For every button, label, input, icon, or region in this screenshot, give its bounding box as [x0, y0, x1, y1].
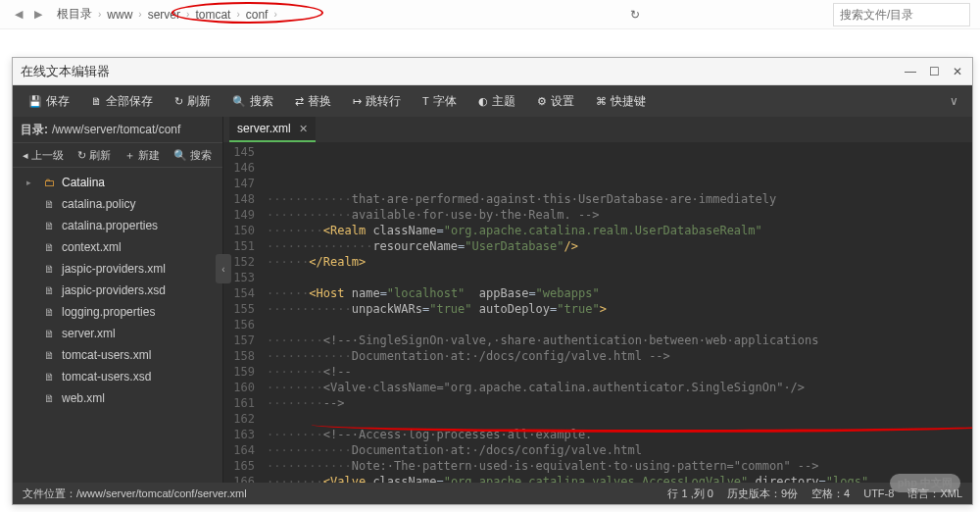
chevron-right-icon: › [273, 9, 276, 20]
status-rowcol: 行 1 ,列 0 [667, 486, 712, 501]
refresh-button[interactable]: ↻ [623, 3, 647, 26]
gear-icon: ⚙ [537, 95, 547, 108]
new-file-button[interactable]: ＋新建 [119, 143, 166, 167]
code-editor: ‹ server.xml ✕ 1451461471481491501511521… [223, 117, 972, 483]
goto-icon: ↦ [353, 95, 362, 108]
file-icon: 🗎 [42, 371, 56, 383]
breadcrumb-root[interactable]: 根目录 [57, 6, 92, 23]
plus-icon: ＋ [124, 148, 135, 163]
font-button[interactable]: T字体 [413, 85, 466, 117]
tab-server-xml[interactable]: server.xml ✕ [229, 117, 316, 142]
tree-file[interactable]: 🗎server.xml [13, 323, 222, 344]
status-spaces[interactable]: 空格：4 [811, 486, 850, 501]
up-level-button[interactable]: ◂上一级 [17, 143, 70, 167]
window-titlebar: 在线文本编辑器 — ☐ ✕ [13, 58, 972, 85]
file-icon: 🗎 [42, 328, 56, 339]
chevron-right-icon: › [138, 9, 141, 20]
file-icon: 🗎 [42, 284, 56, 296]
file-refresh-button[interactable]: ↻刷新 [72, 143, 117, 167]
breadcrumb-item[interactable]: tomcat [195, 8, 230, 22]
file-icon: 🗎 [42, 349, 56, 361]
code-lines[interactable]: ············that·are·performed·against·t… [263, 142, 972, 483]
breadcrumb: 根目录 › www › server › tomcat › conf › [57, 6, 623, 23]
replace-icon: ⇄ [295, 95, 304, 108]
code-area[interactable]: 1451461471481491501511521531541551561571… [223, 142, 972, 483]
tree-file[interactable]: 🗎catalina.properties [13, 215, 222, 236]
refresh-button[interactable]: ↻刷新 [165, 85, 220, 117]
theme-icon: ◐ [478, 95, 488, 108]
minimize-button[interactable]: — [904, 65, 917, 78]
panel-toggle-button[interactable]: ‹ [216, 254, 231, 283]
replace-button[interactable]: ⇄替换 [285, 85, 341, 117]
toolbar-collapse-button[interactable]: ∨ [942, 94, 966, 108]
file-icon: 🗎 [42, 263, 56, 275]
breadcrumb-item[interactable]: conf [246, 8, 269, 22]
status-bar: 文件位置：/www/server/tomcat/conf/server.xml … [13, 483, 972, 504]
editor-toolbar: 💾保存 🗎全部保存 ↻刷新 🔍搜索 ⇄替换 ↦跳转行 T字体 ◐主题 ⚙设置 ⌘… [13, 85, 972, 117]
refresh-icon: ↻ [174, 95, 183, 108]
save-icon: 💾 [28, 95, 42, 108]
breadcrumb-item[interactable]: www [107, 8, 132, 22]
status-encoding[interactable]: UTF-8 [863, 487, 894, 499]
tree-folder[interactable]: ▸ 🗀 Catalina [13, 172, 222, 193]
tree-file[interactable]: 🗎tomcat-users.xml [13, 344, 222, 366]
tree-file[interactable]: 🗎jaspic-providers.xml [13, 258, 222, 280]
tab-label: server.xml [237, 122, 291, 135]
save-all-icon: 🗎 [91, 95, 102, 107]
search-icon: 🔍 [173, 149, 187, 162]
file-search-button[interactable]: 🔍搜索 [168, 143, 218, 167]
up-icon: ◂ [23, 149, 28, 162]
save-all-button[interactable]: 🗎全部保存 [81, 85, 163, 117]
current-path: 目录: /www/server/tomcat/conf [13, 117, 222, 142]
tree-file[interactable]: 🗎catalina.policy [13, 193, 222, 215]
nav-forward-button[interactable]: ▶ [29, 6, 47, 24]
breadcrumb-bar: ◀ ▶ 根目录 › www › server › tomcat › conf ›… [0, 0, 980, 29]
chevron-right-icon: ▸ [26, 178, 36, 187]
chevron-right-icon: › [98, 9, 101, 20]
file-tree: ▸ 🗀 Catalina 🗎catalina.policy 🗎catalina.… [13, 168, 222, 483]
tree-file[interactable]: 🗎logging.properties [13, 301, 222, 323]
search-icon: 🔍 [232, 95, 246, 108]
shortcut-button[interactable]: ⌘快捷键 [586, 85, 656, 117]
maximize-button[interactable]: ☐ [927, 65, 941, 78]
tree-file[interactable]: 🗎web.xml [13, 387, 222, 409]
tree-file[interactable]: 🗎tomcat-users.xsd [13, 366, 222, 387]
save-button[interactable]: 💾保存 [19, 85, 79, 117]
file-panel: 目录: /www/server/tomcat/conf ◂上一级 ↻刷新 ＋新建… [13, 117, 223, 483]
nav-back-button[interactable]: ◀ [10, 6, 27, 24]
file-icon: 🗎 [42, 241, 56, 253]
goto-line-button[interactable]: ↦跳转行 [343, 85, 411, 117]
breadcrumb-item[interactable]: server [148, 8, 180, 22]
status-history[interactable]: 历史版本：9份 [727, 486, 798, 501]
file-icon: 🗎 [42, 198, 56, 210]
window-title: 在线文本编辑器 [21, 63, 904, 80]
font-icon: T [422, 95, 429, 107]
refresh-icon: ↻ [77, 149, 86, 162]
tree-file[interactable]: 🗎context.xml [13, 236, 222, 258]
search-input[interactable] [833, 3, 970, 26]
file-icon: 🗎 [42, 392, 56, 404]
tree-file[interactable]: 🗎jaspic-providers.xsd [13, 280, 222, 301]
theme-button[interactable]: ◐主题 [468, 85, 525, 117]
search-button[interactable]: 🔍搜索 [222, 85, 283, 117]
status-filepath: 文件位置：/www/server/tomcat/conf/server.xml [23, 486, 247, 501]
folder-icon: 🗀 [42, 177, 56, 188]
file-icon: 🗎 [42, 306, 56, 318]
status-language[interactable]: 语言：XML [907, 486, 962, 501]
editor-window: 在线文本编辑器 — ☐ ✕ 💾保存 🗎全部保存 ↻刷新 🔍搜索 ⇄替换 ↦跳转行… [12, 57, 973, 505]
file-toolbar: ◂上一级 ↻刷新 ＋新建 🔍搜索 [13, 142, 222, 168]
chevron-right-icon: › [236, 9, 239, 20]
keyboard-icon: ⌘ [596, 95, 607, 108]
chevron-right-icon: › [186, 9, 189, 20]
close-button[interactable]: ✕ [951, 65, 964, 78]
tab-bar: server.xml ✕ [223, 117, 972, 142]
line-gutter: 1451461471481491501511521531541551561571… [223, 142, 263, 483]
file-icon: 🗎 [42, 220, 56, 231]
close-icon[interactable]: ✕ [299, 123, 308, 135]
settings-button[interactable]: ⚙设置 [527, 85, 584, 117]
